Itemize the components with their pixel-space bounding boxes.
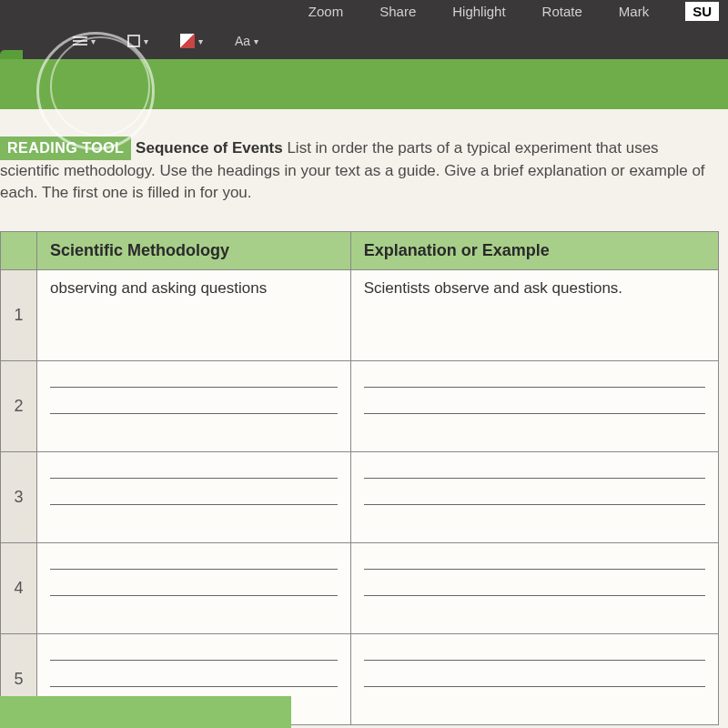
row-number: 1 — [1, 269, 37, 360]
share-button[interactable]: Share — [379, 4, 416, 19]
blank-line — [50, 504, 338, 505]
mark-button[interactable]: Mark — [619, 4, 649, 19]
rotate-button[interactable]: Rotate — [542, 4, 582, 19]
chevron-down-icon: ▾ — [144, 36, 148, 46]
table-row: 2 — [1, 360, 719, 451]
blank-line — [364, 478, 705, 479]
blank-line — [364, 595, 705, 596]
font-label: Aa — [235, 34, 250, 48]
blank-line — [50, 686, 338, 687]
blank-line — [364, 686, 705, 687]
explanation-cell: Scientists observe and ask questions. — [350, 269, 718, 360]
methodology-cell[interactable] — [37, 542, 351, 633]
blank-line — [364, 413, 705, 414]
chevron-down-icon: ▾ — [198, 36, 203, 46]
blank-line — [364, 660, 705, 661]
top-toolbar: Zoom Share Highlight Rotate Mark SU — [0, 0, 728, 23]
table-header-explanation: Explanation or Example — [350, 231, 718, 269]
header-bar — [0, 59, 728, 109]
pen-icon — [180, 34, 195, 48]
row-number: 2 — [1, 360, 37, 451]
section-title: Sequence of Events — [136, 139, 283, 157]
explanation-cell[interactable] — [350, 451, 718, 542]
methodology-cell[interactable] — [37, 451, 351, 542]
methodology-cell[interactable] — [37, 360, 351, 451]
su-button[interactable]: SU — [685, 2, 719, 21]
explanation-cell[interactable] — [350, 633, 718, 724]
explanation-cell[interactable] — [350, 360, 718, 451]
blank-line — [364, 387, 705, 388]
blank-line — [50, 413, 338, 414]
highlight-button[interactable]: Highlight — [452, 4, 505, 19]
font-tool[interactable]: Aa ▾ — [235, 34, 258, 48]
blank-line — [50, 660, 338, 661]
blank-line — [364, 569, 705, 570]
blank-line — [50, 387, 338, 388]
table-row: 1 observing and asking questions Scienti… — [1, 269, 719, 360]
decorative-circle-inner — [50, 36, 150, 136]
blank-line — [50, 595, 338, 596]
row-number: 3 — [1, 451, 37, 542]
explanation-cell[interactable] — [350, 542, 718, 633]
blank-line — [50, 478, 338, 479]
row-number: 4 — [1, 542, 37, 633]
chevron-down-icon: ▾ — [254, 36, 258, 46]
bottom-decoration — [0, 696, 291, 728]
table-header-methodology: Scientific Methodology — [37, 231, 351, 269]
page-content: READING TOOL Sequence of Events List in … — [0, 109, 728, 728]
pen-tool[interactable]: ▾ — [180, 34, 203, 48]
methodology-cell: observing and asking questions — [37, 269, 351, 360]
blank-line — [364, 504, 705, 505]
zoom-button[interactable]: Zoom — [308, 4, 343, 19]
methodology-table: Scientific Methodology Explanation or Ex… — [0, 231, 719, 725]
blank-line — [50, 569, 338, 570]
table-header-num — [1, 231, 37, 269]
table-row: 3 — [1, 451, 719, 542]
table-row: 4 — [1, 542, 719, 633]
